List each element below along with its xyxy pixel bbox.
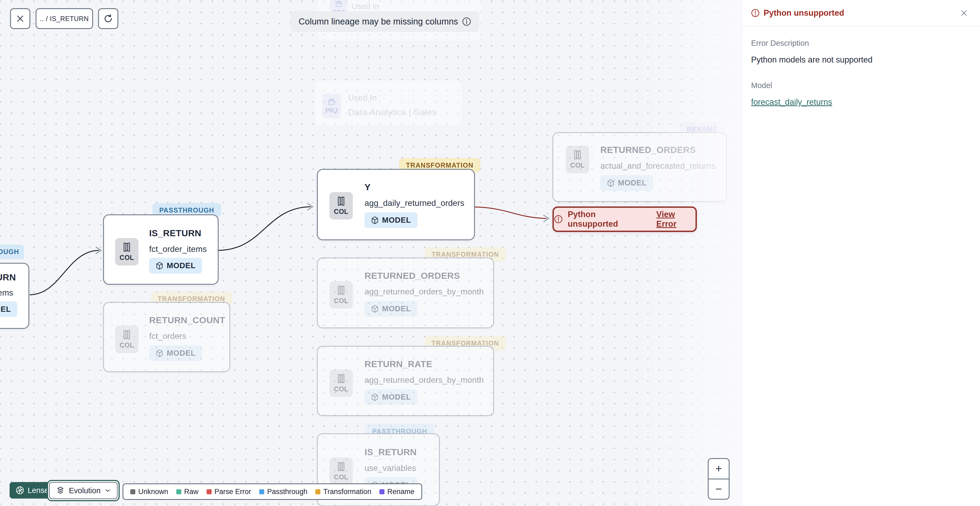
zoom-out-button[interactable]: −	[708, 479, 729, 499]
cube-icon	[371, 216, 379, 225]
panel-header: Python unsupported	[742, 0, 980, 27]
badge-label: MODEL	[382, 393, 411, 401]
node-fct-order-items[interactable]: PASSTHROUGH COL IS_RETURN fct_order_item…	[103, 214, 218, 285]
cube-icon	[607, 179, 615, 187]
model-link[interactable]: forecast_daily_returns	[751, 97, 832, 107]
panel-body: Error Description Python models are not …	[742, 27, 980, 107]
node-subtitle: agg_returned_orders_by_month	[364, 375, 484, 385]
node-card: COL RETURN_RATE agg_returned_orders_by_m…	[317, 346, 494, 416]
columns-icon	[122, 242, 131, 252]
node-subtitle: actual_and_forecasted_returns	[600, 161, 716, 171]
node-used-in-sales[interactable]: PRJ Used In Data Analytics | Sales	[314, 80, 463, 127]
panel-close-button[interactable]	[960, 9, 968, 17]
model-badge: MODEL	[364, 389, 417, 405]
model-badge: MODEL	[149, 258, 202, 273]
error-detail-panel: Python unsupported Error Description Pyt…	[742, 0, 980, 506]
node-return-count[interactable]: TRANSFORMATION COL RETURN_COUNT fct_orde…	[103, 302, 230, 372]
lineage-warning-toast: Column lineage may be missing columns	[291, 11, 479, 32]
info-icon[interactable]	[462, 17, 471, 26]
column-chip: COL	[115, 326, 138, 353]
refresh-button[interactable]	[98, 8, 118, 29]
node-title: IS_RETURN	[364, 447, 417, 457]
badge-label: MODEL	[382, 216, 411, 225]
node-card: IS_RETURN fct_order_items MODEL	[0, 263, 29, 329]
columns-icon	[573, 150, 582, 160]
aperture-icon	[16, 486, 24, 495]
chip-label: COL	[334, 208, 348, 215]
model-badge: MODEL	[364, 301, 417, 316]
node-title: RETURNED_ORDERS	[364, 271, 460, 281]
column-chip: COL	[329, 370, 353, 397]
node-card: COL Y agg_daily_returned_orders MODEL	[317, 169, 475, 240]
legend-label: Passthrough	[267, 488, 308, 496]
badge-label: MODEL	[167, 349, 196, 358]
zoom-control: + −	[708, 458, 730, 500]
chevron-down-icon	[104, 487, 111, 494]
column-chip: COL	[566, 146, 589, 173]
close-lineage-button[interactable]	[10, 8, 30, 29]
error-description-text: Python models are not supported	[751, 55, 971, 65]
legend-label: Unknown	[138, 488, 168, 496]
cube-icon	[156, 262, 164, 270]
legend-item-raw: Raw	[176, 488, 199, 496]
node-subtitle: use_variables	[364, 463, 416, 473]
node-title: IS_RETURN	[149, 228, 201, 238]
error-node-python-unsupported[interactable]: Python unsupported View Error	[552, 206, 697, 232]
node-title: RETURN_COUNT	[149, 315, 225, 326]
node-subtitle: fct_order_items	[149, 244, 207, 254]
chip-label: COL	[334, 297, 348, 305]
breadcrumb[interactable]: .. / IS_RETURN	[36, 8, 93, 29]
lens-select[interactable]: Evolution	[49, 482, 118, 499]
node-title: IS_RETURN	[0, 272, 16, 283]
error-description-label: Error Description	[751, 39, 971, 48]
node-card: COL RETURNED_ORDERS agg_returned_orders_…	[317, 257, 494, 328]
view-error-link[interactable]: View Error	[656, 210, 695, 229]
legend-item-transformation: Transformation	[315, 488, 371, 496]
cube-icon	[371, 393, 379, 401]
cube-icon	[371, 305, 379, 313]
column-chip: COL	[329, 281, 353, 309]
legend-item-passthrough: Passthrough	[259, 488, 308, 496]
model-badge: MODEL	[600, 175, 653, 191]
panel-title: Python unsupported	[751, 8, 844, 18]
minus-icon: −	[716, 483, 722, 495]
breadcrumb-label: .. / IS_RETURN	[40, 15, 89, 22]
node-left-clipped[interactable]: PASSTHROUGH IS_RETURN fct_order_items MO…	[0, 263, 29, 329]
node-value: Data Analytics | Sales	[348, 107, 437, 117]
legend-label: Parse Error	[215, 488, 251, 496]
node-return-rate[interactable]: TRANSFORMATION COL RETURN_RATE agg_retur…	[317, 346, 494, 416]
close-icon	[16, 14, 25, 23]
node-actual-and-forecasted-returns[interactable]: RENAME COL RETURNED_ORDERS actual_and_fo…	[552, 132, 727, 202]
edge-y-to-error	[475, 207, 547, 219]
project-icon	[327, 97, 336, 105]
badge-label: MODEL	[618, 179, 647, 187]
legend-swatch	[379, 489, 385, 494]
node-card: COL RETURNED_ORDERS actual_and_forecaste…	[552, 132, 727, 202]
columns-icon	[337, 374, 346, 384]
alert-circle-icon	[751, 8, 760, 18]
node-title: Y	[364, 182, 371, 192]
chip-label: COL	[119, 254, 134, 262]
node-card: PRJ Used In Data Analytics | Sales	[314, 80, 463, 127]
column-chip: COL	[329, 458, 353, 485]
node-card: COL RETURN_COUNT fct_orders MODEL	[103, 302, 230, 372]
columns-icon	[337, 461, 346, 472]
zoom-in-button[interactable]: +	[708, 459, 729, 479]
legend-swatch	[315, 489, 320, 494]
project-chip: PRJ	[322, 94, 341, 118]
model-label: Model	[751, 81, 971, 90]
lineage-canvas[interactable]: PRJ Used In Data Analytics | Marketing P…	[0, 0, 742, 506]
plus-icon: +	[716, 462, 722, 475]
column-chip: COL	[115, 238, 138, 265]
error-node-text: Python unsupported	[568, 210, 644, 229]
lens-selected-label: Evolution	[69, 486, 100, 495]
model-badge: MODEL	[364, 212, 417, 228]
chip-label: COL	[334, 473, 348, 481]
node-agg-daily-returned-orders[interactable]: TRANSFORMATION COL Y agg_daily_returned_…	[317, 169, 475, 240]
node-returned-orders-month[interactable]: TRANSFORMATION COL RETURNED_ORDERS agg_r…	[317, 257, 494, 328]
chip-label: COL	[119, 341, 134, 349]
toast-text: Column lineage may be missing columns	[299, 16, 458, 27]
badge-label: MODEL	[382, 304, 411, 313]
columns-icon	[337, 196, 346, 206]
node-tag-passthrough: PASSTHROUGH	[0, 245, 24, 259]
